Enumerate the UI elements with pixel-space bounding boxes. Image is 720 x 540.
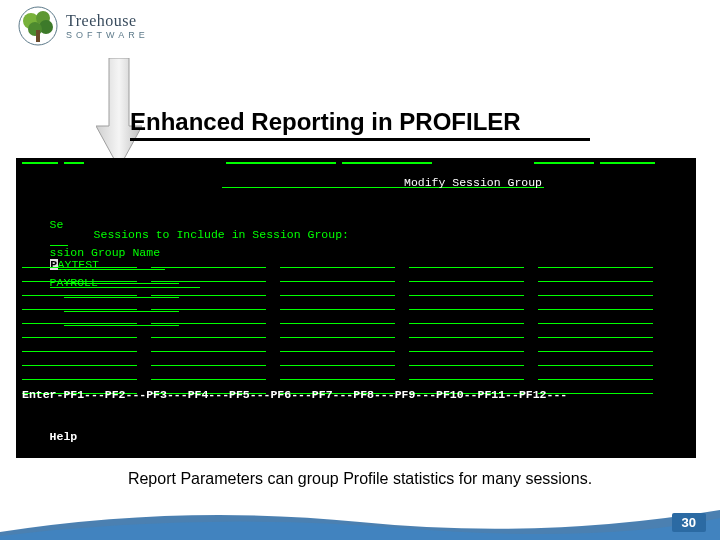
terminal-title: Modify Session Group — [402, 176, 544, 188]
pf1-label[interactable]: Help — [50, 430, 78, 443]
page-title: Enhanced Reporting in PROFILER — [130, 108, 590, 141]
logo-name: Treehouse — [66, 12, 149, 30]
session-row — [22, 256, 690, 270]
session-row — [22, 284, 690, 298]
session-row — [22, 354, 690, 368]
session-row — [22, 340, 690, 354]
group-name-row: Se ssion Group Name PAYROLL — [22, 190, 690, 204]
session-row-0: PAYTEST . . . . — [22, 228, 690, 242]
tree-icon — [18, 6, 58, 46]
terminal-window: Modify Session Group Se ssion Group Name… — [16, 158, 696, 458]
session-row — [22, 298, 690, 312]
session-row — [22, 368, 690, 382]
session-row — [22, 270, 690, 284]
session-row — [22, 326, 690, 340]
session-row — [22, 242, 690, 256]
logo: Treehouse SOFTWARE — [18, 6, 149, 46]
logo-sub: SOFTWARE — [66, 30, 149, 40]
session-row — [22, 312, 690, 326]
include-label: Sessions to Include in Session Group: — [22, 214, 690, 228]
page-number: 30 — [672, 513, 706, 532]
terminal-title-row: Modify Session Group — [22, 176, 690, 190]
top-dash-line — [22, 162, 690, 176]
pf-keys-header: Enter-PF1---PF2---PF3---PF4---PF5---PF6-… — [22, 388, 690, 402]
pf-keys-labels: Help End Exit — [22, 402, 690, 416]
slide-caption: Report Parameters can group Profile stat… — [60, 470, 660, 488]
bottom-swoosh: 30 — [0, 502, 720, 540]
spacer — [22, 204, 690, 214]
svg-rect-5 — [36, 30, 40, 42]
